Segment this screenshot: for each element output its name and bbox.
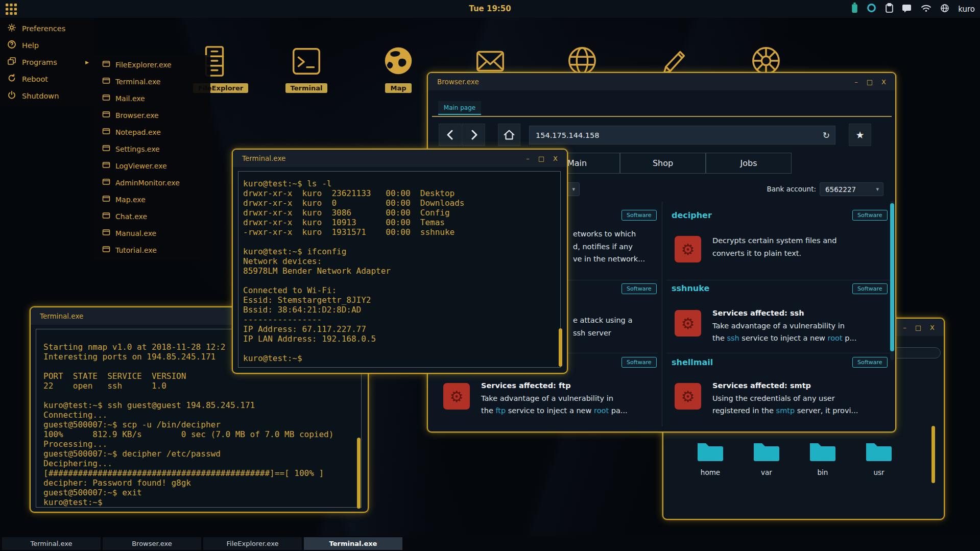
top-bar: Tue 19:50 kuro (0, 0, 980, 18)
submenu-item-terminal[interactable]: Terminal.exe (94, 73, 210, 90)
menu-item-programs[interactable]: Programs ▶ (0, 54, 94, 70)
window-icon (102, 128, 110, 136)
refresh-icon[interactable]: ↻ (823, 130, 830, 140)
minimize-button[interactable]: – (854, 78, 858, 86)
window-title: Terminal.exe (40, 312, 83, 320)
minimize-button[interactable]: – (903, 324, 906, 331)
column-divider (662, 202, 662, 426)
software-badge: Software (852, 210, 888, 221)
close-button[interactable]: X (881, 78, 886, 86)
software-title[interactable]: decipher (672, 210, 712, 220)
chevron-down-icon: ▾ (572, 186, 575, 193)
scrollbar-thumb[interactable] (559, 328, 562, 367)
folder-label: bin (795, 468, 851, 476)
taskbar-item-terminal-1[interactable]: Terminal.exe (2, 537, 101, 550)
folder-bin[interactable]: bin (795, 440, 851, 476)
browser-titlebar[interactable]: Browser.exe – □ X (428, 73, 895, 90)
scrollbar-thumb[interactable] (890, 203, 894, 351)
forward-button[interactable] (462, 124, 485, 146)
desktop-icon-label: Terminal (285, 83, 328, 93)
submenu-item-label: Terminal.exe (115, 78, 160, 86)
submenu-item-manual[interactable]: Manual.exe (94, 225, 210, 242)
folder-icon (752, 456, 781, 464)
software-badge: Software (622, 357, 657, 368)
submenu-item-adminmonitor[interactable]: AdminMonitor.exe (94, 174, 210, 191)
folder-usr[interactable]: usr (851, 440, 907, 476)
submenu-item-mail[interactable]: Mail.exe (94, 90, 210, 107)
power-icon (7, 90, 16, 101)
menu-item-preferences[interactable]: Preferences (0, 20, 94, 37)
submenu-item-fileexplorer[interactable]: FileExplorer.exe (94, 56, 210, 73)
desktop-icon-map[interactable]: Map (377, 44, 420, 93)
taskbar-item-terminal-2[interactable]: Terminal.exe (304, 537, 402, 550)
folder-home[interactable]: home (682, 440, 738, 476)
submenu-item-logviewer[interactable]: LogViewer.exe (94, 157, 210, 174)
battery-icon (851, 3, 858, 15)
gear-glyph-icon: ⚙ (681, 241, 695, 258)
bank-account-dropdown[interactable]: 6562227 ▾ (820, 182, 883, 196)
submenu-item-settings[interactable]: Settings.exe (94, 140, 210, 157)
tab-jobs[interactable]: Jobs (706, 153, 792, 174)
submenu-item-label: Manual.exe (115, 229, 156, 237)
submenu-item-notepad[interactable]: Notepad.exe (94, 124, 210, 140)
software-description: etworks to which d, notifies if any ve i… (573, 228, 645, 266)
minimize-button[interactable]: – (526, 155, 530, 162)
software-icon: ⚙ (675, 310, 701, 337)
maximize-button[interactable]: □ (867, 78, 873, 86)
menu-item-label: Reboot (22, 75, 48, 83)
menu-item-shutdown[interactable]: Shutdown (0, 87, 94, 104)
software-title[interactable]: sshnuke (672, 283, 709, 293)
menu-item-reboot[interactable]: Reboot (0, 70, 94, 87)
software-badge: Software (852, 283, 888, 294)
bookmark-button[interactable]: ★ (849, 124, 871, 146)
software-icon: ⚙ (675, 236, 701, 262)
folder-icon (865, 456, 893, 464)
window-icon (102, 145, 110, 153)
username-label: kuro (958, 5, 975, 14)
window-icon (102, 94, 110, 103)
terminal-window-front: Terminal.exe – □ X kuro@test:~$ ls -l dr… (232, 149, 568, 374)
terminal-titlebar[interactable]: Terminal.exe – □ X (233, 150, 567, 167)
software-description: Services affected: ftp Take advantage of… (481, 379, 628, 417)
folder-icon (696, 456, 725, 464)
taskbar-item-browser[interactable]: Browser.exe (103, 537, 201, 550)
clock: Tue 19:50 (0, 0, 980, 18)
taskbar: Terminal.exe Browser.exe FileExplorer.ex… (0, 536, 980, 551)
folder-var[interactable]: var (738, 440, 795, 476)
folder-label: var (738, 468, 795, 476)
taskbar-item-fileexplorer[interactable]: FileExplorer.exe (203, 537, 302, 550)
home-button[interactable] (498, 124, 520, 146)
submenu-item-tutorial[interactable]: Tutorial.exe (94, 242, 210, 258)
submenu-item-label: Tutorial.exe (115, 246, 157, 254)
software-description: Services affected: ssh Take advantage of… (712, 307, 856, 345)
desktop-icon-terminal[interactable]: Terminal (285, 44, 328, 93)
browser-page-tab[interactable]: Main page (438, 101, 481, 115)
back-button[interactable] (439, 124, 462, 146)
terminal-output[interactable]: kuro@test:~$ ls -l drwxr-xr-x kuro 23621… (243, 179, 464, 363)
submenu-item-browser[interactable]: Browser.exe (94, 107, 210, 124)
bank-account-label: Bank account: (734, 182, 816, 196)
maximize-button[interactable]: □ (915, 324, 921, 331)
url-bar: ↻ (529, 126, 835, 145)
gear-icon (7, 23, 16, 34)
scrollbar-thumb[interactable] (357, 438, 361, 509)
url-input[interactable] (536, 131, 823, 139)
maximize-button[interactable]: □ (538, 155, 544, 162)
tab-separator-line (432, 116, 892, 117)
window-icon (102, 212, 110, 221)
submenu-item-label: LogViewer.exe (115, 162, 167, 170)
software-title[interactable]: shellmail (672, 357, 713, 367)
close-button[interactable]: X (930, 324, 935, 331)
tab-shop[interactable]: Shop (620, 153, 706, 174)
window-icon (102, 77, 110, 86)
submenu-item-map[interactable]: Map.exe (94, 191, 210, 208)
menu-item-help[interactable]: Help (0, 37, 94, 54)
globe-map-icon (381, 70, 416, 80)
window-icon (102, 161, 110, 170)
submenu-item-chat[interactable]: Chat.exe (94, 208, 210, 225)
start-menu: Preferences Help Programs ▶ Reboot (0, 18, 94, 106)
folder-label: home (682, 468, 738, 476)
close-button[interactable]: X (553, 155, 558, 162)
chat-icon (902, 4, 912, 15)
scrollbar-thumb[interactable] (931, 426, 935, 483)
